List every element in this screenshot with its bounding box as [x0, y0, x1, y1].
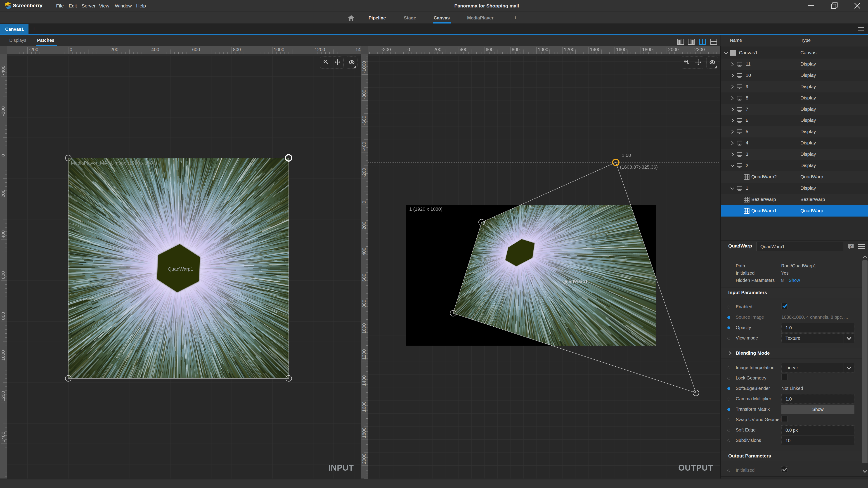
opacity-input[interactable]	[781, 323, 855, 332]
scroll-up-icon[interactable]	[863, 255, 867, 259]
section-blending-mode[interactable]: Blending Mode	[721, 348, 868, 358]
inspector-menu-icon[interactable]	[858, 245, 865, 249]
menu-help[interactable]: Help	[136, 3, 146, 9]
menu-server[interactable]: Server	[82, 3, 96, 9]
param-link-dot[interactable]	[727, 398, 730, 400]
output-handle-top-left[interactable]	[478, 219, 485, 225]
tree-row-3[interactable]: 3Display	[721, 149, 868, 160]
swap-uv-checkbox[interactable]	[781, 416, 787, 422]
tab-canvas1[interactable]: Canvas1	[0, 24, 29, 34]
output-handle-top-right-selected[interactable]	[612, 159, 620, 166]
tabbar-menu-icon[interactable]	[858, 27, 864, 31]
close-button[interactable]	[850, 0, 864, 11]
tree-row-10[interactable]: 10Display	[721, 70, 868, 81]
chevron-right-icon[interactable]	[730, 62, 735, 67]
input-handle-bottom-right[interactable]	[285, 375, 292, 382]
subdivisions-input[interactable]	[781, 436, 855, 445]
help-bubble-icon[interactable]: ?	[847, 243, 854, 250]
soft-edge-input[interactable]	[781, 425, 855, 435]
gamma-multiplier-input[interactable]	[781, 394, 855, 404]
tab-patches[interactable]: Patches	[37, 38, 55, 43]
layout-two-rows-icon[interactable]	[710, 39, 717, 45]
scroll-down-icon[interactable]	[863, 470, 867, 473]
param-link-dot[interactable]	[727, 305, 730, 308]
chevron-down-icon[interactable]	[723, 51, 728, 55]
tab-pipeline[interactable]: Pipeline	[369, 15, 386, 21]
param-link-dot[interactable]	[727, 469, 730, 472]
chevron-right-icon[interactable]	[730, 129, 735, 134]
minimize-button[interactable]	[804, 0, 818, 11]
tree-row-9[interactable]: 9Display	[721, 81, 868, 92]
input-handle-top-right-selected[interactable]	[285, 154, 292, 162]
param-link-dot-blue[interactable]	[727, 326, 730, 329]
tab-stage[interactable]: Stage	[404, 15, 416, 21]
home-icon[interactable]	[348, 15, 354, 21]
menu-view[interactable]: View	[99, 3, 109, 9]
zoom-in-icon[interactable]	[323, 59, 329, 66]
tree-row-2[interactable]: 2Display	[721, 160, 868, 171]
view-mode-select[interactable]: Texture	[781, 333, 855, 343]
chevron-down-icon[interactable]	[730, 186, 735, 191]
image-interpolation-select[interactable]: Linear	[781, 363, 855, 372]
visibility-icon[interactable]	[349, 60, 355, 66]
show-hidden-params-link[interactable]: Show	[788, 278, 800, 283]
tree-row-4[interactable]: 4Display	[721, 137, 868, 149]
param-link-dot[interactable]	[727, 366, 730, 369]
chevron-right-icon[interactable]	[730, 118, 735, 123]
tab-displays[interactable]: Displays	[9, 38, 27, 43]
chevron-right-icon[interactable]	[730, 96, 735, 101]
enabled-checkbox-checked[interactable]	[781, 303, 787, 309]
inspector-name-input[interactable]	[756, 242, 844, 251]
layout-two-columns-icon-active[interactable]	[699, 39, 706, 45]
chevron-right-icon[interactable]	[730, 140, 735, 145]
lock-geometry-checkbox[interactable]	[781, 374, 787, 380]
pan-icon[interactable]	[334, 59, 341, 66]
tree-column-name[interactable]: Name	[730, 38, 742, 43]
chevron-right-icon[interactable]	[730, 84, 735, 89]
param-link-dot[interactable]	[727, 418, 730, 421]
menu-file[interactable]: File	[56, 3, 64, 9]
tab-mediaplayer[interactable]: MediaPlayer	[467, 15, 494, 21]
scrollbar-thumb[interactable]	[862, 260, 868, 463]
param-link-dot[interactable]	[727, 429, 730, 432]
tree-row-5[interactable]: 5Display	[721, 126, 868, 137]
param-link-dot-blue[interactable]	[727, 316, 730, 319]
layout-left-filled-icon[interactable]	[677, 39, 684, 45]
tree-row-1[interactable]: 1Display	[721, 183, 868, 194]
param-link-dot[interactable]	[727, 377, 730, 380]
transform-matrix-show-button[interactable]: Show	[781, 404, 855, 414]
tree-column-divider[interactable]	[796, 37, 796, 44]
inspector-scrollbar[interactable]	[862, 253, 868, 477]
add-view-tab-button[interactable]: +	[514, 14, 517, 21]
chevron-right-icon[interactable]	[730, 73, 735, 78]
tree-row-canvas1[interactable]: Canvas1Canvas	[721, 47, 868, 59]
restore-button[interactable]	[827, 0, 841, 11]
param-link-dot[interactable]	[727, 337, 730, 340]
add-canvas-tab-button[interactable]: +	[32, 25, 36, 32]
zoom-in-icon[interactable]	[684, 59, 690, 66]
layout-right-filled-icon[interactable]	[688, 39, 694, 45]
chevron-right-icon[interactable]	[730, 152, 735, 157]
tree-row-7[interactable]: 7Display	[721, 104, 868, 115]
output-handle-bottom-left[interactable]	[450, 310, 456, 317]
tree-row-quadwarp1[interactable]: QuadWarp1QuadWarp	[721, 205, 868, 217]
tree-row-quadwarp2[interactable]: QuadWarp2QuadWarp	[721, 171, 868, 183]
param-link-dot-blue[interactable]	[727, 408, 730, 411]
tree-row-bezierwarp[interactable]: BezierWarpBezierWarp	[721, 194, 868, 205]
chevron-down-icon[interactable]	[730, 163, 735, 168]
param-link-dot-blue[interactable]	[727, 387, 730, 390]
input-handle-bottom-left[interactable]	[65, 375, 71, 382]
menu-edit[interactable]: Edit	[69, 3, 77, 9]
tree-column-type[interactable]: Type	[801, 38, 811, 43]
tree-row-6[interactable]: 6Display	[721, 115, 868, 126]
output-handle-bottom-right[interactable]	[693, 390, 699, 396]
menu-window[interactable]: Window	[115, 3, 132, 9]
tree-row-8[interactable]: 8Display	[721, 92, 868, 104]
input-handle-top-left[interactable]	[65, 155, 71, 161]
tab-canvas[interactable]: Canvas	[434, 15, 450, 21]
tree-row-11[interactable]: 11Display	[721, 59, 868, 70]
chevron-right-icon[interactable]	[730, 107, 735, 112]
pan-icon[interactable]	[695, 59, 702, 66]
visibility-icon[interactable]	[709, 60, 715, 66]
param-link-dot[interactable]	[727, 439, 730, 442]
